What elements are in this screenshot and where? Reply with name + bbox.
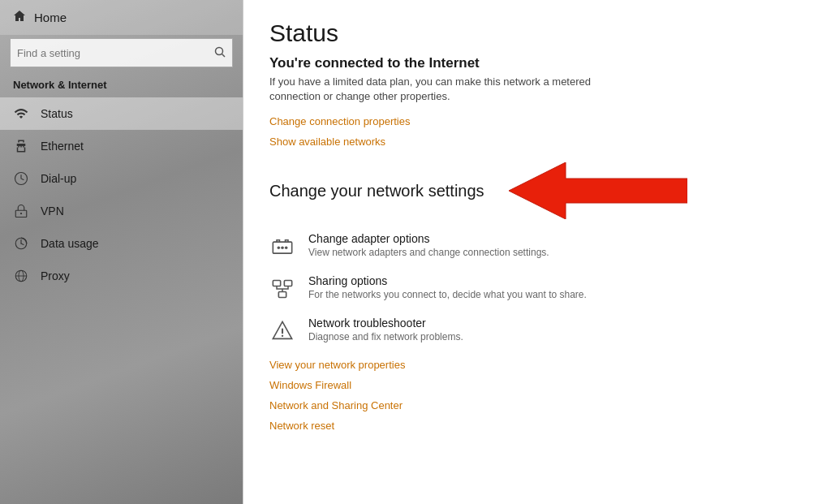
sidebar-item-label-datausage: Data usage bbox=[41, 237, 99, 250]
ethernet-icon bbox=[13, 138, 29, 154]
svg-point-13 bbox=[285, 247, 288, 250]
link-network-properties[interactable]: View your network properties bbox=[269, 359, 799, 371]
sidebar-item-label-status: Status bbox=[41, 107, 73, 120]
sidebar: Home Network & Internet Status bbox=[0, 0, 243, 504]
link-show-networks[interactable]: Show available networks bbox=[269, 136, 799, 148]
link-network-reset[interactable]: Network reset bbox=[269, 420, 799, 432]
svg-point-12 bbox=[281, 247, 284, 250]
section-title: Network & Internet bbox=[0, 74, 243, 97]
sidebar-item-dialup[interactable]: Dial-up bbox=[0, 162, 243, 195]
sidebar-item-label-dialup: Dial-up bbox=[41, 172, 76, 185]
sidebar-item-vpn[interactable]: VPN bbox=[0, 195, 243, 227]
sidebar-item-ethernet[interactable]: Ethernet bbox=[0, 130, 243, 162]
sidebar-item-status[interactable]: Status bbox=[0, 97, 243, 130]
home-icon bbox=[13, 10, 26, 25]
main-content: Status You're connected to the Internet … bbox=[243, 0, 831, 504]
svg-rect-15 bbox=[284, 281, 291, 286]
wifi-icon bbox=[13, 106, 29, 122]
search-box bbox=[10, 38, 233, 67]
troubleshooter-title: Network troubleshooter bbox=[308, 317, 463, 330]
adapter-title: Change adapter options bbox=[308, 232, 549, 245]
sidebar-nav: Status Ethernet Dial- bbox=[0, 97, 243, 292]
svg-line-1 bbox=[222, 54, 226, 57]
link-windows-firewall[interactable]: Windows Firewall bbox=[269, 379, 799, 391]
datausage-icon bbox=[13, 235, 29, 252]
sidebar-item-label-proxy: Proxy bbox=[41, 269, 70, 282]
adapter-icon bbox=[269, 234, 295, 260]
link-change-connection[interactable]: Change connection properties bbox=[269, 115, 799, 127]
troubleshooter-desc: Diagnose and fix network problems. bbox=[308, 331, 463, 344]
connected-desc: If you have a limited data plan, you can… bbox=[269, 75, 610, 104]
troubleshooter-icon bbox=[269, 318, 295, 344]
settings-items-list: Change adapter options View network adap… bbox=[269, 232, 799, 344]
change-network-heading: Change your network settings bbox=[269, 182, 484, 200]
sidebar-item-proxy[interactable]: Proxy bbox=[0, 260, 243, 292]
svg-point-0 bbox=[216, 47, 223, 54]
sharing-title: Sharing options bbox=[308, 274, 587, 287]
link-sharing-center[interactable]: Network and Sharing Center bbox=[269, 399, 799, 411]
sidebar-item-datausage[interactable]: Data usage bbox=[0, 227, 243, 260]
sidebar-item-label-ethernet: Ethernet bbox=[41, 140, 84, 153]
search-icon bbox=[214, 46, 226, 60]
sharing-desc: For the networks you connect to, decide … bbox=[308, 289, 587, 302]
settings-item-sharing: Sharing options For the networks you con… bbox=[269, 274, 799, 302]
vpn-icon bbox=[13, 203, 29, 219]
svg-rect-16 bbox=[278, 292, 286, 298]
sidebar-item-label-vpn: VPN bbox=[41, 205, 64, 218]
home-label: Home bbox=[34, 11, 67, 24]
settings-item-adapter: Change adapter options View network adap… bbox=[269, 232, 799, 260]
connected-heading: You're connected to the Internet bbox=[269, 55, 799, 71]
annotation-arrow bbox=[509, 162, 687, 219]
sharing-icon bbox=[269, 276, 295, 302]
search-input[interactable] bbox=[17, 47, 214, 59]
page-title: Status bbox=[269, 19, 799, 47]
svg-rect-14 bbox=[273, 281, 280, 286]
proxy-icon bbox=[13, 268, 29, 284]
svg-point-11 bbox=[278, 247, 281, 250]
svg-point-4 bbox=[20, 213, 22, 214]
svg-marker-9 bbox=[509, 162, 687, 219]
settings-item-troubleshooter: Network troubleshooter Diagnose and fix … bbox=[269, 317, 799, 344]
svg-point-19 bbox=[282, 335, 283, 337]
home-button[interactable]: Home bbox=[0, 0, 243, 35]
adapter-desc: View network adapters and change connect… bbox=[308, 247, 549, 260]
dialup-icon bbox=[13, 170, 29, 187]
